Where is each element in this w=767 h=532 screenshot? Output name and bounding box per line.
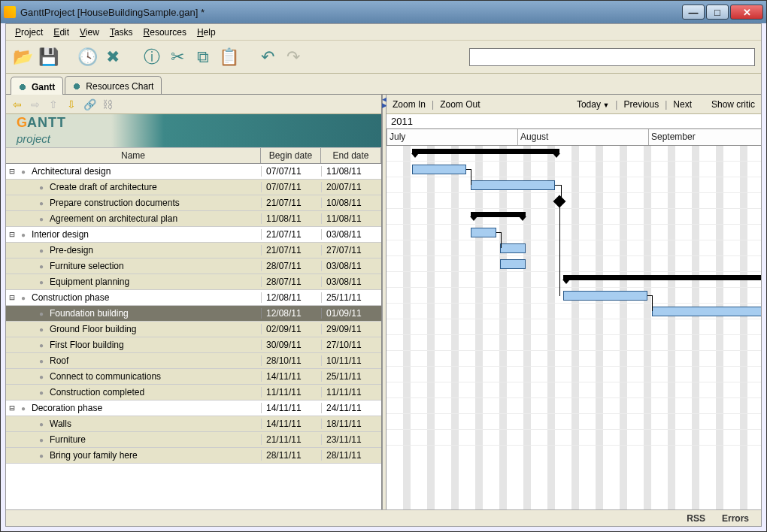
table-row[interactable]: ●Construction phase12/08/1125/11/11 (6, 290, 381, 306)
task-name: Create draft of architecture (50, 182, 261, 192)
delete-icon[interactable]: ✖ (102, 47, 123, 68)
unlink-icon[interactable]: ⛓ (99, 96, 116, 113)
bullet-icon: ● (39, 262, 50, 271)
save-icon[interactable]: 💾 (38, 47, 59, 68)
col-name[interactable]: Name (6, 148, 261, 163)
minimize-button[interactable]: — (682, 5, 705, 20)
task-end: 28/11/11 (321, 450, 381, 461)
task-end: 03/08/11 (321, 277, 381, 287)
status-rss[interactable]: RSS (687, 513, 705, 524)
undo-icon[interactable]: ↶ (257, 47, 278, 68)
bullet-icon: ● (39, 278, 50, 286)
timeline-months: JulyAugustSeptember (387, 129, 761, 146)
collapse-icon[interactable] (6, 403, 18, 413)
new-task-icon[interactable]: 🕓 (77, 47, 98, 68)
tab-resources[interactable]: Resources Chart (65, 76, 162, 94)
table-row[interactable]: ●First Floor building30/09/1127/10/11 (6, 337, 381, 353)
table-row[interactable]: ●Construction completed11/11/1111/11/11 (6, 385, 381, 401)
cut-icon[interactable]: ✂ (167, 47, 188, 68)
zoom-in-button[interactable]: Zoom In (391, 98, 427, 111)
month-label: September (651, 131, 696, 142)
table-row[interactable]: ●Create draft of architecture07/07/1120/… (6, 180, 381, 195)
nav-fwd-icon[interactable]: ⇨ (27, 96, 44, 113)
table-row[interactable]: ●Equipment planning28/07/1103/08/11 (6, 274, 381, 290)
menu-view[interactable]: View (75, 26, 104, 39)
task-end: 03/08/11 (321, 261, 381, 271)
paste-icon[interactable]: 📋 (218, 47, 239, 68)
open-icon[interactable]: 📂 (12, 47, 33, 68)
next-button[interactable]: Next (672, 98, 693, 111)
menu-help[interactable]: Help (193, 26, 220, 39)
task-name: Foundation building (50, 308, 261, 319)
task-name: Pre-design (50, 245, 261, 255)
menu-edit[interactable]: Edit (49, 26, 74, 39)
table-row[interactable]: ●Furniture21/11/1123/11/11 (6, 432, 381, 448)
collapse-icon[interactable] (6, 166, 18, 177)
close-button[interactable]: ✕ (730, 5, 763, 20)
bullet-icon: ● (39, 420, 50, 428)
table-row[interactable]: ●Architectural design07/07/1111/08/11 (6, 164, 381, 180)
summary-bar[interactable] (563, 275, 761, 280)
col-begin[interactable]: Begin date (261, 148, 321, 163)
zoom-out-button[interactable]: Zoom Out (438, 98, 481, 111)
bullet-icon: ● (39, 199, 50, 207)
link-icon[interactable]: 🔗 (81, 96, 98, 113)
task-end: 27/07/11 (321, 245, 381, 255)
task-bar[interactable] (471, 228, 496, 237)
nav-back-icon[interactable]: ⇦ (9, 96, 26, 113)
col-end[interactable]: End date (321, 148, 381, 163)
task-begin: 14/11/11 (261, 419, 321, 429)
summary-bar[interactable] (471, 212, 526, 217)
table-row[interactable]: ●Bring your family here28/11/1128/11/11 (6, 448, 381, 464)
tree-toolbar: ⇦ ⇨ ⇧ ⇩ 🔗 ⛓ (6, 95, 381, 114)
task-bar[interactable] (652, 307, 761, 316)
task-bar[interactable] (500, 259, 526, 269)
task-name: Furniture (50, 434, 261, 445)
task-bar[interactable] (563, 291, 647, 301)
table-row[interactable]: ●Pre-design21/07/1127/07/11 (6, 243, 381, 258)
previous-button[interactable]: Previous (622, 98, 660, 111)
menu-project[interactable]: Project (11, 26, 47, 39)
task-end: 10/11/11 (321, 355, 381, 366)
task-begin: 12/08/11 (261, 308, 321, 319)
table-row[interactable]: ●Decoration phase14/11/1124/11/11 (6, 401, 381, 416)
nav-up-icon[interactable]: ⇧ (45, 96, 62, 113)
properties-icon[interactable]: ⓘ (141, 47, 162, 68)
maximize-button[interactable]: □ (706, 5, 729, 20)
collapse-icon[interactable] (6, 292, 18, 303)
table-row[interactable]: ●Prepare construction documents21/07/111… (6, 195, 381, 211)
table-row[interactable]: ●Walls14/11/1118/11/11 (6, 416, 381, 432)
task-end: 11/11/11 (321, 387, 381, 397)
task-table[interactable]: ●Architectural design07/07/1111/08/11●Cr… (6, 164, 381, 509)
table-row[interactable]: ●Furniture selection28/07/1103/08/11 (6, 258, 381, 274)
table-row[interactable]: ●Interior design21/07/1103/08/11 (6, 227, 381, 243)
status-errors[interactable]: Errors (722, 513, 749, 524)
titlebar[interactable]: GanttProject [HouseBuildingSample.gan] *… (1, 1, 766, 23)
copy-icon[interactable]: ⧉ (193, 47, 214, 68)
table-row[interactable]: ●Foundation building12/08/1101/09/11 (6, 306, 381, 322)
bullet-icon: ● (39, 310, 50, 318)
menu-tasks[interactable]: Tasks (105, 26, 138, 39)
column-headers: Name Begin date End date (6, 147, 381, 164)
bullet-icon: ● (21, 231, 32, 239)
nav-down-icon[interactable]: ⇩ (63, 96, 80, 113)
task-begin: 02/09/11 (261, 324, 321, 334)
today-button[interactable]: Today (575, 98, 611, 111)
menu-resources[interactable]: Resources (139, 26, 191, 39)
tab-gantt[interactable]: Gantt (11, 77, 63, 95)
chart-area[interactable] (387, 146, 761, 509)
collapse-icon[interactable] (6, 229, 18, 240)
table-row[interactable]: ●Connect to communications14/11/1125/11/… (6, 369, 381, 385)
tab-resources-label: Resources Chart (86, 81, 153, 92)
task-bar[interactable] (500, 243, 526, 253)
show-critical-button[interactable]: Show critic (710, 98, 756, 111)
table-row[interactable]: ●Roof28/10/1110/11/11 (6, 353, 381, 369)
search-input[interactable] (469, 48, 755, 66)
task-bar[interactable] (412, 165, 466, 174)
task-begin: 14/11/11 (261, 371, 321, 382)
redo-icon[interactable]: ↷ (283, 47, 304, 68)
summary-bar[interactable] (412, 149, 559, 154)
table-row[interactable]: ●Ground Floor building02/09/1129/09/11 (6, 322, 381, 337)
task-bar[interactable] (471, 180, 555, 190)
table-row[interactable]: ●Agreement on architectural plan11/08/11… (6, 211, 381, 227)
